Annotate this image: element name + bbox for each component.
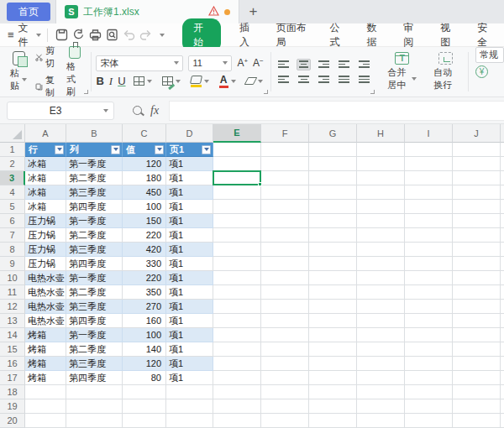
cell-H11[interactable] (357, 285, 405, 300)
cell-J4[interactable] (453, 185, 501, 200)
cell-K9[interactable] (501, 257, 504, 271)
cell-F8[interactable] (261, 243, 309, 257)
cell-H2[interactable] (357, 157, 405, 171)
cell-B2[interactable]: 第一季度 (66, 157, 123, 171)
row-header-3[interactable]: 3 (0, 171, 25, 185)
cell-F1[interactable] (261, 143, 309, 157)
cell-B3[interactable]: 第二季度 (66, 171, 123, 185)
warning-icon[interactable] (208, 6, 219, 18)
cell-J7[interactable] (453, 228, 501, 243)
cell-G10[interactable] (309, 271, 357, 285)
cell-H9[interactable] (357, 257, 405, 271)
cell-B15[interactable]: 第二季度 (66, 342, 123, 357)
cell-K18[interactable] (501, 385, 504, 399)
cell-H3[interactable] (357, 171, 405, 185)
alignment-dialog-launcher[interactable] (370, 90, 375, 94)
select-all-corner[interactable] (0, 124, 25, 143)
cell-J15[interactable] (453, 342, 501, 357)
cell-E4[interactable] (213, 185, 261, 200)
cell-I14[interactable] (405, 328, 453, 342)
cell-J19[interactable] (453, 399, 501, 414)
cell-J13[interactable] (453, 314, 501, 328)
cell-I16[interactable] (405, 357, 453, 371)
search-icon[interactable] (133, 106, 142, 115)
cell-G13[interactable] (309, 314, 357, 328)
cell-J18[interactable] (453, 385, 501, 399)
cell-K8[interactable] (501, 243, 504, 257)
cell-I19[interactable] (405, 399, 453, 414)
cell-C1[interactable]: 值 (123, 143, 166, 157)
selected-cell-outline[interactable] (213, 170, 261, 185)
toolbar-options-chevron-icon[interactable] (154, 26, 171, 44)
cell-E8[interactable] (213, 243, 261, 257)
font-name-select[interactable]: 宋体 (96, 55, 183, 71)
insert-function-icon[interactable]: fx (150, 104, 159, 117)
cell-C14[interactable]: 100 (123, 328, 166, 342)
cell-A6[interactable]: 压力锅 (25, 214, 66, 228)
cell-J9[interactable] (453, 257, 501, 271)
cell-G16[interactable] (309, 357, 357, 371)
font-dialog-launcher[interactable] (264, 90, 268, 94)
filter-dropdown-icon[interactable] (55, 145, 64, 154)
cell-A12[interactable]: 电热水壶 (25, 300, 66, 314)
align-left-button[interactable] (276, 74, 291, 86)
cell-B12[interactable]: 第三季度 (66, 300, 123, 314)
cell-C11[interactable]: 350 (123, 285, 166, 300)
cell-F11[interactable] (261, 285, 309, 300)
cell-E7[interactable] (213, 228, 261, 243)
cell-H18[interactable] (357, 385, 405, 399)
bold-button[interactable]: B (96, 75, 103, 87)
cell-K15[interactable] (501, 342, 504, 357)
cell-B19[interactable] (66, 399, 123, 414)
cell-B10[interactable]: 第一季度 (66, 271, 123, 285)
cell-F7[interactable] (261, 228, 309, 243)
align-middle-button[interactable] (297, 59, 311, 70)
wrap-text-button[interactable]: 自动换行 (430, 52, 461, 91)
column-header-G[interactable]: G (309, 124, 357, 143)
row-header-6[interactable]: 6 (0, 214, 25, 228)
font-color-button[interactable]: A (217, 74, 239, 89)
cell-G15[interactable] (309, 342, 357, 357)
paste-button[interactable]: 粘贴 (7, 51, 30, 92)
cell-H14[interactable] (357, 328, 405, 342)
cell-I5[interactable] (405, 200, 453, 214)
cell-I7[interactable] (405, 228, 453, 243)
clipboard-dialog-launcher[interactable] (84, 90, 88, 94)
copy-button[interactable]: 复制 (33, 73, 60, 100)
cell-D20[interactable] (166, 414, 213, 428)
distribute-button[interactable] (357, 74, 371, 86)
cell-A18[interactable] (25, 385, 66, 399)
currency-format-icon[interactable]: ¥ (475, 65, 488, 78)
filter-dropdown-icon[interactable] (155, 145, 164, 154)
cell-F14[interactable] (261, 328, 309, 342)
cell-B8[interactable]: 第三季度 (66, 243, 123, 257)
cell-F5[interactable] (261, 200, 309, 214)
cell-C8[interactable]: 420 (123, 243, 166, 257)
cell-F9[interactable] (261, 257, 309, 271)
cell-D12[interactable]: 项1 (166, 300, 213, 314)
cell-J1[interactable] (453, 143, 501, 157)
cell-G20[interactable] (309, 414, 357, 428)
cell-C5[interactable]: 100 (123, 200, 166, 214)
ribbon-tab-page-layout[interactable]: 页面布局 (266, 21, 320, 50)
column-header-A[interactable]: A (25, 124, 66, 143)
cell-E1[interactable] (213, 143, 261, 157)
draw-border-button[interactable] (160, 76, 183, 86)
cell-K2[interactable] (501, 157, 504, 171)
cell-D8[interactable]: 项1 (166, 243, 213, 257)
cell-K14[interactable] (501, 328, 504, 342)
cell-A13[interactable]: 电热水壶 (25, 314, 66, 328)
cell-E12[interactable] (213, 300, 261, 314)
column-header-B[interactable]: B (66, 124, 123, 143)
cell-J11[interactable] (453, 285, 501, 300)
cell-K11[interactable] (501, 285, 504, 300)
cell-A9[interactable]: 压力锅 (25, 257, 66, 271)
cell-K5[interactable] (501, 200, 504, 214)
undo-button[interactable] (120, 26, 137, 44)
cell-A14[interactable]: 烤箱 (25, 328, 66, 342)
fill-color-button[interactable] (188, 75, 212, 88)
cell-J5[interactable] (453, 200, 501, 214)
print-button[interactable] (87, 26, 104, 44)
cell-F3[interactable] (261, 171, 309, 185)
cell-G19[interactable] (309, 399, 357, 414)
